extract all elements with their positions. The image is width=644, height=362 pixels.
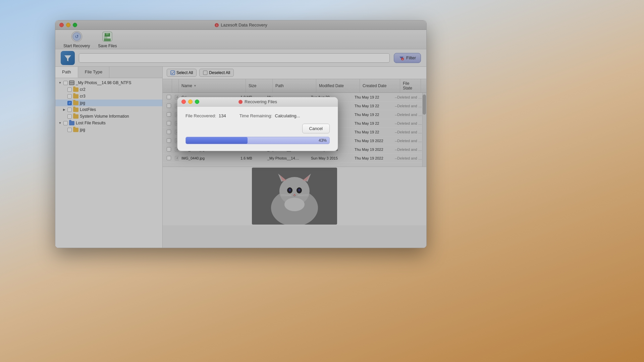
folder-icon-cr3: [73, 94, 78, 99]
tree-item-lost-results[interactable]: ▼ Lost File Results: [55, 120, 162, 126]
select-all-button[interactable]: Select All: [167, 69, 197, 77]
scrollbar-thumb[interactable]: [423, 95, 426, 115]
search-input[interactable]: [79, 53, 390, 63]
folder-icon-cr2: [73, 87, 78, 92]
th-size[interactable]: Size: [246, 79, 273, 93]
cancel-button[interactable]: Cancel: [302, 124, 330, 133]
save-files-button[interactable]: Save Files: [95, 29, 119, 50]
folder-icon-lost-jpg: [73, 128, 78, 132]
svg-rect-10: [171, 71, 175, 75]
folder-icon-lostfiles: [73, 108, 78, 112]
tree-checkbox-sysvolinfo[interactable]: [67, 114, 72, 119]
row-state: --Deleted and probably good;: [392, 146, 425, 153]
toolbar: ↺ Start Recovery Save Files: [55, 30, 426, 49]
tree-item-cr2[interactable]: cr2: [55, 86, 162, 93]
hdd-icon-root: [69, 80, 74, 85]
tree-arrow-lostfiles: ▶: [62, 108, 66, 112]
row-state: --Deleted and probably good;: [392, 103, 425, 109]
svg-point-28: [284, 198, 305, 211]
start-recovery-button[interactable]: ↺ Start Recovery: [61, 29, 93, 50]
file-list-area: Select All Deselect All Name: [163, 67, 426, 248]
th-checkbox: [164, 79, 172, 93]
tree-checkbox-lost-results[interactable]: [63, 121, 68, 125]
dialog-maximize-button[interactable]: [195, 100, 199, 104]
row-checkbox[interactable]: [164, 137, 172, 144]
dialog-minimize-button[interactable]: [188, 100, 193, 104]
dialog-close-button[interactable]: [181, 100, 186, 104]
row-checkbox[interactable]: [164, 94, 172, 100]
row-checkbox[interactable]: [164, 120, 172, 126]
row-created: Thu May 19 2022: [352, 138, 392, 144]
th-modified[interactable]: Modified Date: [316, 79, 360, 93]
tree-checkbox-lost-jpg[interactable]: [67, 128, 72, 132]
maximize-button[interactable]: [73, 23, 77, 27]
th-name[interactable]: Name ▼: [179, 79, 246, 93]
svg-rect-7: [106, 33, 109, 35]
th-created[interactable]: Created Date: [360, 79, 400, 93]
svg-point-29: [238, 100, 243, 104]
row-created: Thu May 19 22: [352, 103, 392, 109]
dialog-icon: [238, 100, 243, 104]
row-created: Thu May 19 22: [352, 112, 392, 118]
table-scrollbar[interactable]: [422, 93, 426, 167]
tab-file-type[interactable]: File Type: [78, 67, 110, 78]
row-checkbox[interactable]: [164, 103, 172, 109]
row-path: _My Photos__14....: [265, 155, 308, 161]
th-path[interactable]: Path: [273, 79, 316, 93]
tree-item-lostfiles[interactable]: ▶ LostFiles: [55, 106, 162, 113]
minimize-button[interactable]: [66, 23, 70, 27]
filter-button[interactable]: + Filter: [394, 53, 421, 63]
tree-arrow-jpg: [62, 101, 66, 105]
tab-path[interactable]: Path: [55, 67, 78, 78]
tree-arrow-cr3: [62, 94, 66, 98]
start-recovery-icon: ↺: [71, 31, 83, 43]
progress-bar-fill: [186, 137, 248, 144]
row-created: Thu May 19 2022: [352, 155, 392, 161]
tree-checkbox-cr2[interactable]: [67, 87, 72, 92]
row-size: 1.6 MB: [238, 155, 265, 161]
row-checkbox[interactable]: [164, 129, 172, 135]
dialog-actions-top: Cancel: [185, 124, 330, 133]
row-checkbox[interactable]: [164, 155, 172, 161]
progress-bar: 43%: [185, 137, 330, 144]
th-state[interactable]: File State: [400, 79, 421, 93]
row-created: Thu May 19 22: [352, 94, 392, 100]
app-icon: ⚕: [214, 23, 219, 27]
deselect-all-icon: [203, 70, 208, 75]
close-button[interactable]: [59, 23, 64, 27]
row-checkbox[interactable]: [164, 111, 172, 118]
tree-item-jpg[interactable]: jpg: [55, 100, 162, 106]
tree-checkbox-jpg[interactable]: [67, 101, 72, 105]
tree-checkbox-cr3[interactable]: [67, 94, 72, 99]
search-icon-container: [61, 51, 75, 65]
row-state: --Deleted and probably good;: [392, 94, 425, 100]
tree-item-root[interactable]: ▼ _My Photos__14.98 GB_NTFS: [55, 79, 162, 86]
status-bar: Deep Scan Selected files: 357 (414.0 MB): [55, 248, 426, 248]
tree-arrow-lost-results: ▼: [58, 121, 62, 125]
dialog-traffic-lights: [181, 100, 199, 104]
tree-arrow-cr2: [62, 87, 66, 92]
tree-item-cr3[interactable]: cr3: [55, 93, 162, 100]
row-state: --Deleted and probably good;: [392, 120, 425, 126]
svg-text:+: +: [402, 58, 404, 61]
tree-item-sysvolinfo[interactable]: System Volume Information: [55, 113, 162, 120]
row-icon: J: [172, 155, 179, 162]
row-name: IMG_0440.jpg: [179, 155, 238, 161]
save-files-icon: [101, 31, 113, 43]
svg-text:⚕: ⚕: [216, 24, 218, 27]
deselect-all-button[interactable]: Deselect All: [199, 69, 234, 77]
tree-arrow-lost-jpg: [62, 128, 66, 132]
tree-item-lost-jpg[interactable]: jpg: [55, 126, 162, 133]
dialog-info-row: File Recovered: 134 Time Remaining: Calc…: [185, 113, 330, 118]
tree-checkbox-lostfiles[interactable]: [67, 108, 72, 112]
tree-arrow-root: ▼: [58, 81, 62, 85]
row-checkbox[interactable]: [164, 146, 172, 153]
traffic-lights: [59, 23, 77, 27]
recovering-files-dialog: Recovering Files File Recovered: 134 Tim…: [177, 97, 338, 151]
tree-checkbox-root[interactable]: [63, 81, 68, 85]
table-header: Name ▼ Size Path Modified Date Created D…: [163, 79, 426, 93]
main-window: ⚕ Lazesoft Data Recovery ↺ Start Recover…: [55, 20, 427, 248]
table-row[interactable]: J IMG_0440.jpg 1.6 MB _My Photos__14....…: [163, 154, 426, 163]
progress-container: 43%: [185, 137, 330, 144]
sidebar: Path File Type ▼ _My Photos__14.98 GB_NT…: [55, 67, 163, 248]
